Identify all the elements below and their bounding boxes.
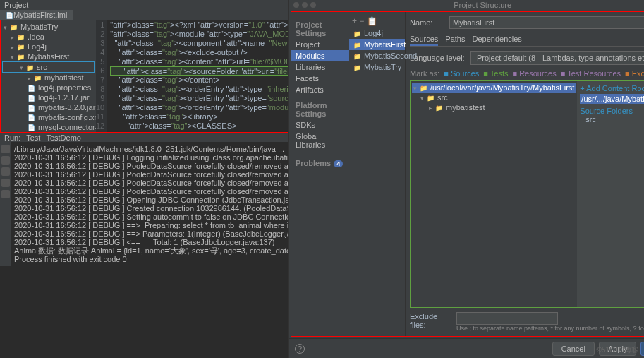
console-tab-test[interactable]: Test <box>26 133 40 142</box>
console-toolbar[interactable] <box>0 142 11 266</box>
add-content-root[interactable]: + Add Content Root <box>580 84 644 93</box>
module-subtabs[interactable]: Sources Paths Dependencies <box>410 33 644 47</box>
module-selected: MybatisFirst <box>349 39 405 50</box>
sidebar-facets[interactable]: Facets <box>291 73 349 84</box>
mark-as-row: Mark as: ■ Sources ■ Tests ■ Resources ■… <box>410 69 644 78</box>
content-root-side: + Add Content Root /usr/.../java/Mybatis… <box>577 81 644 307</box>
clear-icon[interactable] <box>1 190 10 198</box>
module-name-input[interactable] <box>449 16 644 29</box>
project-tree[interactable]: MybatisTry .idea Log4j MybatisFirst src … <box>1 20 96 132</box>
content-root-tree[interactable]: /usr/local/var/java/MybatisTry/MybatisFi… <box>411 81 577 307</box>
module-list[interactable]: + − 📋 Log4j MybatisFirst MybatisSecond M… <box>349 12 406 336</box>
console-tab-testdemo[interactable]: TestDemo <box>46 133 81 142</box>
sidebar-libraries[interactable]: Libraries <box>291 61 349 73</box>
line-gutter: 1234567891011121314151617181920212223242… <box>96 20 107 132</box>
tree-root[interactable]: MybatisTry <box>20 23 58 31</box>
rerun-icon[interactable] <box>1 145 10 153</box>
ok-button[interactable]: OK <box>640 342 644 356</box>
sidebar-sdks[interactable]: SDKs <box>291 119 349 131</box>
stop-icon[interactable] <box>1 156 10 165</box>
project-structure-dialog: Project Structure Project Settings Proje… <box>289 0 644 358</box>
run-console: Run: Test TestDemo /Library/Java/JavaVir… <box>0 133 288 246</box>
content-root-path[interactable]: /usr/local/var/java/MybatisTry/MybatisFi… <box>430 83 574 92</box>
name-label: Name: <box>410 18 445 27</box>
print-icon[interactable] <box>1 179 10 187</box>
problems-badge[interactable]: 4 <box>334 160 343 167</box>
mark-tests[interactable]: ■ Tests <box>483 69 508 78</box>
project-panel-label[interactable]: Project <box>4 1 28 9</box>
mark-sources[interactable]: ■ Sources <box>444 69 479 78</box>
console-output[interactable]: /Library/Java/JavaVirtualMachines/jdk1.8… <box>11 142 288 266</box>
dialog-sidebar[interactable]: Project Settings Project Modules Librari… <box>291 12 349 336</box>
code-editor[interactable]: 1234567891011121314151617181920212223242… <box>96 20 288 132</box>
mark-test-resources[interactable]: ■ Test Resources <box>561 69 621 78</box>
sidebar-global-libs[interactable]: Global Libraries <box>291 131 349 150</box>
sidebar-project[interactable]: Project <box>291 39 349 50</box>
cancel-button[interactable]: Cancel <box>552 342 595 356</box>
sidebar-artifacts[interactable]: Artifacts <box>291 84 349 95</box>
tab-paths[interactable]: Paths <box>445 33 465 46</box>
tab-dependencies[interactable]: Dependencies <box>473 33 522 46</box>
dialog-title: Project Structure <box>454 1 511 9</box>
scroll-icon[interactable] <box>1 167 10 176</box>
window-controls[interactable] <box>293 2 316 8</box>
language-level-select[interactable]: Project default (8 - Lambdas, type annot… <box>470 51 644 65</box>
module-toolbar[interactable]: + − 📋 <box>349 15 405 28</box>
exclude-files-input[interactable] <box>456 312 558 325</box>
toolbar: Project <box>0 0 288 10</box>
mark-resources[interactable]: ■ Resources <box>512 69 556 78</box>
watermark: ©51CTO博客 <box>597 345 638 355</box>
sidebar-modules[interactable]: Modules <box>291 50 349 61</box>
help-icon[interactable]: ? <box>295 344 305 354</box>
editor-tab-bar: MybatisFirst.iml <box>0 10 288 20</box>
mark-excluded[interactable]: ■ Excluded <box>625 69 644 78</box>
editor-tab[interactable]: MybatisFirst.iml <box>0 10 73 20</box>
run-label: Run: <box>4 133 20 142</box>
tree-src[interactable]: src <box>37 63 47 71</box>
tab-sources[interactable]: Sources <box>410 33 438 46</box>
